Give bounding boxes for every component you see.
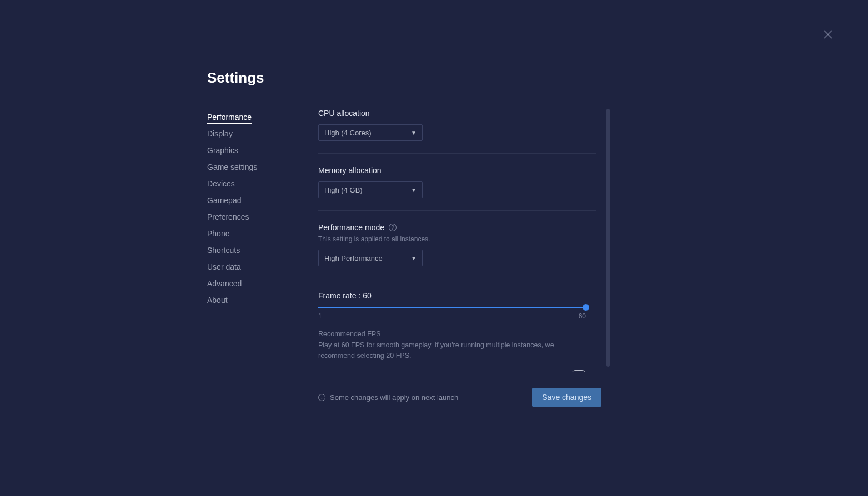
cpu-allocation-value: High (4 Cores) [324, 129, 372, 137]
save-changes-button[interactable]: Save changes [532, 388, 601, 407]
footer: i Some changes will apply on next launch… [318, 388, 601, 407]
sidebar-item-devices[interactable]: Devices [207, 175, 318, 192]
caret-down-icon: ▼ [411, 187, 417, 193]
memory-allocation-select[interactable]: High (4 GB) ▼ [318, 181, 423, 198]
scrollbar[interactable] [606, 109, 610, 367]
memory-allocation-section: Memory allocation High (4 GB) ▼ [318, 166, 596, 211]
performance-mode-section: Performance mode ? This setting is appli… [318, 223, 596, 279]
slider-thumb[interactable] [583, 304, 589, 311]
page-title: Settings [207, 69, 607, 87]
slider-min: 1 [318, 312, 322, 320]
memory-allocation-label: Memory allocation [318, 166, 596, 175]
info-icon: i [318, 394, 325, 401]
sidebar-item-display[interactable]: Display [207, 125, 318, 142]
enable-high-frame-rate-label: Enable high frame rate [318, 370, 394, 373]
slider-track [318, 307, 586, 308]
sidebar-item-advanced[interactable]: Advanced [207, 275, 318, 292]
sidebar-item-user-data[interactable]: User data [207, 259, 318, 275]
sidebar-item-gamepad[interactable]: Gamepad [207, 192, 318, 209]
cpu-allocation-label: CPU allocation [318, 109, 596, 118]
performance-mode-select[interactable]: High Performance ▼ [318, 250, 423, 266]
sidebar-item-about[interactable]: About [207, 292, 318, 308]
cpu-allocation-section: CPU allocation High (4 Cores) ▼ [318, 109, 596, 154]
sidebar-item-shortcuts[interactable]: Shortcuts [207, 242, 318, 259]
sidebar-item-graphics[interactable]: Graphics [207, 142, 318, 159]
close-icon [821, 28, 835, 41]
frame-rate-section: Frame rate : 60 1 60 Recommended FPS Pla… [318, 291, 596, 372]
help-icon[interactable]: ? [389, 224, 397, 231]
sidebar: Performance Display Graphics Game settin… [207, 109, 318, 407]
sidebar-item-game-settings[interactable]: Game settings [207, 159, 318, 175]
footer-note: i Some changes will apply on next launch [318, 393, 458, 402]
frame-rate-slider[interactable] [318, 307, 586, 308]
sidebar-item-preferences[interactable]: Preferences [207, 209, 318, 225]
enable-high-frame-rate-toggle[interactable] [571, 370, 586, 372]
sidebar-item-phone[interactable]: Phone [207, 225, 318, 242]
frame-rate-label: Frame rate : 60 [318, 291, 596, 300]
slider-max: 60 [579, 312, 586, 320]
performance-mode-label: Performance mode ? [318, 223, 596, 232]
caret-down-icon: ▼ [411, 130, 417, 136]
memory-allocation-value: High (4 GB) [324, 186, 363, 194]
enable-high-frame-rate-row: Enable high frame rate [318, 370, 586, 373]
sidebar-item-performance[interactable]: Performance [207, 109, 318, 125]
performance-mode-value: High Performance [324, 254, 383, 262]
close-button[interactable] [821, 28, 835, 41]
cpu-allocation-select[interactable]: High (4 Cores) ▼ [318, 124, 423, 141]
performance-mode-sublabel: This setting is applied to all instances… [318, 235, 596, 243]
recommended-fps-title: Recommended FPS [318, 330, 596, 338]
caret-down-icon: ▼ [411, 255, 417, 261]
recommended-fps-text: Play at 60 FPS for smooth gameplay. If y… [318, 340, 586, 361]
